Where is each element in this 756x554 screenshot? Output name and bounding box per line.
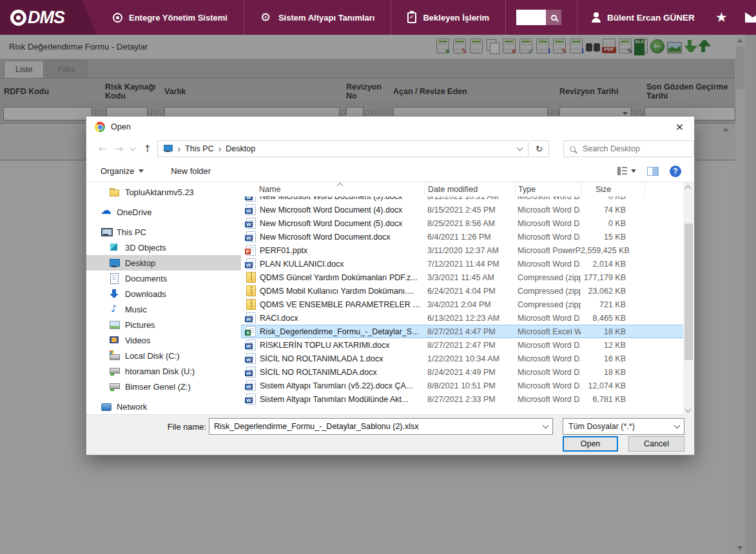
sidebar-item[interactable]: Pictures [86, 317, 241, 332]
menu-item-label: Entegre Yönetim Sistemi [129, 13, 228, 23]
open-button[interactable]: Open [563, 436, 618, 452]
sidebar-item[interactable]: Local Disk (C:) [86, 348, 241, 363]
up-button[interactable]: ↑ [139, 143, 156, 155]
dialog-title-bar[interactable]: Open [86, 117, 694, 137]
word-icon [246, 231, 256, 242]
select-dropdown-button[interactable] [670, 425, 684, 428]
file-row[interactable]: RİSKLERİN TOPLU AKTARIMI.docx 8/27/2021 … [241, 338, 694, 352]
menu-item-label: Bekleyen İşlerim [423, 13, 489, 23]
search-icon [551, 15, 557, 21]
folder-sidebar: TopluAktarımv5.23 OneDrive This PC 3D Ob… [86, 182, 241, 416]
zip-icon [246, 272, 256, 283]
file-row[interactable]: RACI.docx 6/13/2021 12:23 AM Microsoft W… [241, 311, 694, 325]
sidebar-item[interactable]: TopluAktarımv5.23 [86, 184, 241, 200]
file-row[interactable]: Sistem Altyapı Tanımları Modülünde Akt..… [241, 392, 694, 406]
list-column-header[interactable]: Size [581, 182, 645, 196]
file-size: 721 KB [581, 300, 635, 309]
preview-pane-icon[interactable] [647, 167, 659, 176]
refresh-button[interactable] [530, 140, 549, 157]
music-icon [109, 304, 120, 314]
file-list: Name Date modified Type Size New Microso… [241, 182, 694, 416]
file-date-modified: 8/27/2021 4:47 PM [425, 327, 515, 336]
close-button[interactable] [665, 117, 694, 137]
topbar-search-input[interactable] [516, 10, 546, 25]
file-row[interactable]: QDMS Mobil Kullanıcı Yardım Dokümanı....… [241, 284, 694, 298]
file-list-scrollbar-thumb[interactable] [684, 224, 693, 360]
file-row[interactable]: SİCİL NO ROLTANIMLADA 1.docx 1/22/2021 1… [241, 352, 694, 365]
change-view-button[interactable] [617, 167, 636, 175]
mail-icon[interactable] [745, 12, 756, 23]
file-type: Microsoft Word D... [515, 205, 581, 215]
sidebar-item[interactable]: Music [86, 301, 241, 317]
word-icon [246, 258, 256, 269]
list-column-header[interactable]: Type [515, 182, 581, 196]
word-icon [246, 339, 256, 350]
netdisk-icon [109, 366, 120, 376]
file-size: 18 KB [581, 368, 635, 377]
organize-button[interactable]: Organize [101, 166, 144, 176]
chevron-down-icon [130, 145, 135, 150]
file-row[interactable]: SİCİL NO ROLTANIMLADA.docx 8/24/2021 4:4… [241, 365, 694, 379]
file-name-input[interactable] [209, 422, 538, 431]
sidebar-item[interactable]: Desktop [86, 255, 241, 271]
file-type: Microsoft Word D... [515, 233, 581, 242]
file-row[interactable]: New Microsoft Word Document (4).docx 8/1… [241, 203, 694, 216]
new-folder-button[interactable]: New folder [171, 166, 211, 176]
sidebar-item[interactable]: 3D Objects [86, 240, 241, 255]
file-row[interactable]: PERF01.pptx 3/11/2020 12:37 AM Microsoft… [241, 244, 694, 257]
file-row[interactable]: New Microsoft Word Document (5).docx 8/2… [241, 216, 694, 230]
word-icon [246, 353, 256, 364]
chevron-down-icon[interactable] [517, 145, 523, 151]
dialog-body: TopluAktarımv5.23 OneDrive This PC 3D Ob… [86, 182, 694, 416]
breadcrumb-desktop[interactable]: Desktop [226, 144, 255, 153]
file-row[interactable]: PLAN KULLANICI.docx 7/12/2021 11:44 PM M… [241, 257, 694, 271]
list-column-header[interactable]: Name [241, 182, 425, 196]
sidebar-item[interactable]: Bimser Genel (Z:) [86, 379, 241, 394]
file-type-select[interactable]: Tüm Dosyalar (*.*) [563, 418, 684, 435]
forward-button[interactable]: → [111, 143, 127, 155]
file-row[interactable]: New Microsoft Word Document.docx 6/4/202… [241, 230, 694, 244]
file-name: PERF01.pptx [260, 246, 425, 255]
menu-item-bekleyen-islerim[interactable]: Bekleyen İşlerim [391, 0, 506, 35]
file-row[interactable]: QDMS VE ENSEMBLE PARAMETRELER AÇ... 3/4/… [241, 298, 694, 311]
file-type: Compressed (zipp... [515, 287, 581, 296]
cube-icon [109, 242, 120, 253]
word-icon [246, 312, 256, 323]
favorites-icon[interactable] [715, 10, 730, 24]
sidebar-item[interactable]: Documents [86, 271, 241, 286]
sidebar-item-label: Music [125, 305, 147, 314]
help-icon[interactable] [670, 166, 681, 177]
menu-item-entegre-yonetim-sistemi[interactable]: Entegre Yönetim Sistemi [97, 0, 244, 35]
file-size: 16 KB [581, 354, 635, 363]
file-row[interactable]: Risk_Degerlendirme_Formu_-_Detaylar_S...… [241, 325, 694, 338]
recent-locations-button[interactable] [128, 148, 138, 150]
file-row[interactable]: Sistem Altyapı Tanımları (v5.22).docx ÇA… [241, 379, 694, 392]
dialog-search-input[interactable] [581, 144, 688, 154]
menu-item-sistem-altyapi-tanimlari[interactable]: Sistem Altyapı Tanımları [244, 0, 392, 35]
monitor-icon [163, 144, 172, 153]
breadcrumb-this-pc[interactable]: This PC [185, 144, 213, 153]
topbar-search-button[interactable] [546, 10, 561, 25]
back-button[interactable]: ← [95, 143, 110, 155]
file-type: Compressed (zipp... [515, 300, 581, 309]
list-column-header[interactable]: Date modified [425, 182, 515, 196]
sidebar-item[interactable]: This PC [86, 224, 241, 240]
file-list-scrollbar[interactable] [683, 182, 694, 416]
word-icon [246, 380, 256, 391]
sidebar-item-label: OneDrive [117, 207, 151, 217]
breadcrumb[interactable]: This PC Desktop [157, 140, 529, 157]
download-icon [109, 289, 120, 299]
cancel-button[interactable]: Cancel [628, 436, 684, 452]
sidebar-item[interactable]: htoraman Disk (U:) [86, 363, 241, 379]
combobox-dropdown-button[interactable] [538, 425, 552, 428]
desktop-icon [109, 258, 120, 268]
sidebar-item[interactable]: Network [86, 399, 241, 414]
sidebar-item[interactable]: Videos [86, 332, 241, 348]
user-menu[interactable]: Bülent Ercan GÜNER [577, 0, 701, 35]
sidebar-item[interactable]: OneDrive [86, 204, 241, 220]
sidebar-item-label: Videos [125, 336, 150, 345]
sidebar-item[interactable]: Downloads [86, 286, 241, 301]
qdms-logo[interactable]: DMS [0, 0, 97, 35]
file-row[interactable]: QDMS Güncel Yardım Dokümanları PDF.z... … [241, 271, 694, 284]
file-type: Microsoft Word D... [515, 314, 581, 323]
